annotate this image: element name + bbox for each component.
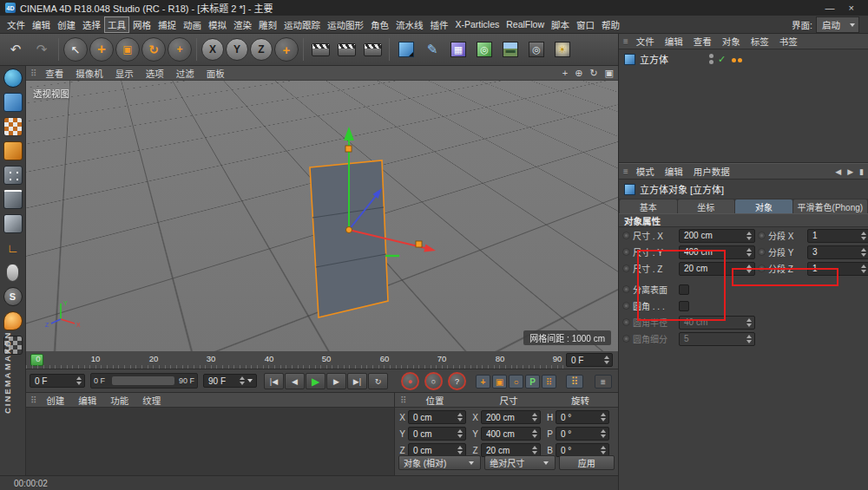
anim-toggle-icon[interactable]: [758, 248, 766, 256]
stepper-icon[interactable]: [859, 248, 867, 257]
menu-item-file[interactable]: 文件: [3, 16, 29, 33]
keyframe-selection-button[interactable]: ?: [448, 372, 466, 390]
deformer-button[interactable]: ◎: [472, 36, 496, 62]
undo-button[interactable]: ↶: [3, 36, 28, 62]
snap-enable-icon[interactable]: S: [3, 287, 23, 306]
camera-button[interactable]: ◎: [524, 36, 549, 62]
menu-item-script[interactable]: 脚本: [548, 16, 573, 33]
position-y-field[interactable]: 0 cm: [408, 427, 466, 441]
anim-toggle-icon[interactable]: [622, 318, 630, 326]
segments-z-field[interactable]: 1: [807, 262, 868, 276]
points-mode-icon[interactable]: [3, 166, 23, 185]
pen-spline-button[interactable]: ✎: [420, 36, 444, 62]
zoom-view-icon[interactable]: ⊕: [575, 68, 582, 79]
material-menu-function[interactable]: 功能: [104, 393, 135, 408]
visibility-dots-icon[interactable]: [709, 54, 713, 64]
record-rotation-toggle[interactable]: ○: [509, 375, 523, 389]
pan-view-icon[interactable]: +: [562, 68, 568, 79]
menu-item-help[interactable]: 帮助: [598, 16, 623, 33]
om-menu-view[interactable]: 查看: [689, 34, 716, 49]
keyframe-presets-icon[interactable]: ⠿: [566, 375, 583, 389]
object-origin-dot[interactable]: [346, 227, 352, 233]
menu-item-motion-tracker[interactable]: 运动跟踪: [280, 16, 324, 33]
menu-item-mograph[interactable]: 运动图形: [324, 16, 367, 33]
size-x-field[interactable]: 200 cm: [679, 229, 755, 243]
light-button[interactable]: ☀: [550, 36, 575, 62]
object-manager-empty-area[interactable]: [619, 69, 868, 162]
history-back-icon[interactable]: ◀: [835, 167, 841, 176]
subdivision-surface-button[interactable]: ▦: [446, 36, 470, 62]
menu-item-simulate[interactable]: 模拟: [205, 16, 230, 33]
panel-grip-icon[interactable]: ⠿: [30, 395, 36, 405]
anim-toggle-icon[interactable]: [622, 232, 630, 239]
window-minimize-button[interactable]: —: [825, 3, 835, 13]
stepper-icon[interactable]: [599, 429, 607, 438]
workplane-axis-icon[interactable]: ∟: [3, 238, 23, 258]
om-menu-bookmarks[interactable]: 书签: [775, 34, 802, 49]
viewport-solo-icon[interactable]: [3, 263, 23, 282]
render-view-button[interactable]: [308, 36, 332, 62]
convert-editable-icon[interactable]: [3, 69, 23, 88]
material-menu-create[interactable]: 创建: [40, 393, 70, 408]
select-tool-button[interactable]: ↖: [63, 37, 88, 62]
om-menu-edit[interactable]: 编辑: [661, 34, 687, 49]
edges-mode-icon[interactable]: [3, 190, 23, 209]
menu-item-snap[interactable]: 捕捉: [155, 16, 180, 33]
stepper-icon[interactable]: [599, 446, 607, 454]
stepper-icon[interactable]: [75, 376, 82, 385]
am-menu-user-data[interactable]: 用户数据: [689, 164, 734, 179]
object-axis-mode-icon[interactable]: [3, 141, 23, 160]
render-picture-viewer-button[interactable]: [334, 36, 358, 62]
object-properties-header[interactable]: 对象属性: [619, 213, 868, 227]
menu-item-character[interactable]: 角色: [367, 16, 392, 33]
chevron-down-icon[interactable]: [247, 379, 253, 382]
stepper-icon[interactable]: [745, 248, 753, 257]
stepper-icon[interactable]: [602, 356, 610, 364]
tab-object[interactable]: 对象: [735, 199, 792, 213]
stepper-icon[interactable]: [599, 413, 607, 421]
am-menu-mode[interactable]: 模式: [632, 164, 659, 179]
record-keyframe-button[interactable]: ●: [401, 372, 419, 390]
perspective-viewport[interactable]: ⠿ 查看 摄像机 显示 选项 过滤 面板 + ⊕ ↻ ▣ 透视视图: [26, 66, 618, 351]
anim-toggle-icon[interactable]: [622, 302, 630, 310]
menu-item-mesh[interactable]: 网格: [129, 16, 155, 33]
last-tool-button[interactable]: +: [168, 37, 192, 62]
menu-item-window[interactable]: 窗口: [573, 16, 598, 33]
object-tree-item-cube[interactable]: 立方体 ✓: [619, 49, 868, 69]
menu-item-pipeline[interactable]: 流水线: [392, 16, 427, 33]
play-button[interactable]: ▶: [306, 373, 326, 389]
menu-item-create[interactable]: 创建: [54, 16, 79, 33]
move-tool-button[interactable]: +: [89, 37, 114, 62]
anim-toggle-icon[interactable]: [622, 335, 630, 343]
menu-item-render[interactable]: 渲染: [230, 16, 255, 33]
size-y-field[interactable]: 400 cm: [679, 245, 755, 259]
redo-button[interactable]: ↷: [30, 36, 54, 62]
size-y-field[interactable]: 400 cm: [481, 427, 541, 441]
stepper-icon[interactable]: [456, 429, 464, 438]
add-cube-button[interactable]: [394, 36, 418, 62]
stepper-icon[interactable]: [530, 429, 538, 438]
segments-x-field[interactable]: 1: [807, 229, 868, 243]
x-axis-lock-button[interactable]: X: [201, 38, 224, 61]
preview-range-slider[interactable]: 0 F 90 F: [90, 373, 198, 389]
stepper-icon[interactable]: [530, 446, 538, 454]
fillet-checkbox[interactable]: [679, 301, 689, 311]
scale-tool-button[interactable]: ▣: [115, 37, 140, 62]
axis-handle-dot[interactable]: [416, 241, 422, 247]
scene-canvas[interactable]: Y X Z: [26, 66, 618, 351]
anim-toggle-icon[interactable]: [758, 265, 766, 272]
menu-item-tools[interactable]: 工具: [104, 16, 129, 33]
render-settings-button[interactable]: [360, 36, 385, 62]
viewport-menu-filter[interactable]: 过滤: [171, 66, 200, 81]
viewport-menu-view[interactable]: 查看: [40, 66, 69, 81]
previous-frame-button[interactable]: ◀: [285, 373, 305, 389]
end-frame-field[interactable]: 90 F: [203, 374, 257, 388]
stepper-icon[interactable]: [456, 413, 464, 421]
viewport-menu-panel[interactable]: 面板: [201, 66, 230, 81]
size-z-field[interactable]: 20 cm: [679, 262, 755, 276]
y-axis-lock-button[interactable]: Y: [226, 38, 248, 61]
separate-surfaces-checkbox[interactable]: [679, 284, 689, 295]
timeline-frame-field[interactable]: 0 F: [566, 353, 613, 367]
om-menu-tags[interactable]: 标签: [746, 34, 773, 49]
record-pla-toggle[interactable]: ⠿: [542, 375, 556, 389]
